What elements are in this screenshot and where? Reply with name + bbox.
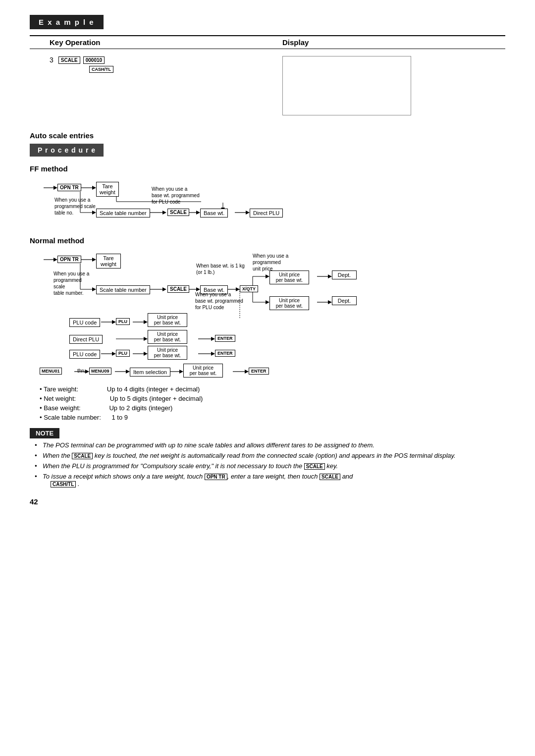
unit-price-4: Unit price per base wt.: [148, 330, 187, 344]
svg-marker-37: [328, 274, 332, 278]
key-op-area: 3 SCALE 000010 CASH/TL: [30, 53, 272, 122]
display-area: [272, 53, 505, 122]
key-operation-label: Key Operation: [30, 36, 272, 49]
opn-tr-box-ff: OPN TR: [57, 184, 81, 191]
cashtl-inline: CASH/TL: [51, 481, 76, 487]
scale-key-box: SCALE: [58, 56, 80, 64]
when-base-label-ff: When you use a base wt. programmed for P…: [152, 186, 206, 205]
bullet-value-base: Up to 2 digits (integer): [109, 404, 172, 412]
svg-marker-46: [144, 337, 148, 341]
when-base-programmed-nm: When you use a base wt. programmed for P…: [195, 291, 255, 311]
svg-marker-18: [54, 258, 57, 262]
key-entry-row: 3 SCALE 000010: [50, 56, 272, 64]
bullet-value-net: Up to 5 digits (integer + decimal): [110, 395, 203, 402]
menu01-box: MENU01: [40, 368, 62, 375]
bullet-label-scale-table: Scale table number:: [44, 414, 101, 421]
svg-marker-20: [92, 258, 96, 262]
svg-marker-54: [211, 352, 215, 356]
note-list: The POS terminal can be programmed with …: [35, 441, 505, 487]
enter-box-1: ENTER: [215, 335, 235, 342]
example-banner: E x a m p l e: [30, 15, 104, 29]
svg-marker-29: [236, 287, 240, 291]
procedure-banner: P r o c e d u r e: [30, 144, 104, 157]
svg-marker-8: [162, 211, 166, 215]
note-item-1: The POS terminal can be programmed with …: [35, 441, 505, 449]
scale-inline-1: SCALE: [72, 453, 93, 459]
ff-method-title: FF method: [30, 164, 505, 173]
enter-box-3: ENTER: [249, 368, 269, 375]
scale-inline-2: SCALE: [304, 463, 325, 470]
svg-marker-42: [112, 320, 116, 324]
svg-marker-60: [179, 370, 183, 374]
opn-tr-box-nm: OPN TR: [57, 256, 81, 263]
note-item-4: To issue a receipt which shows only a ta…: [35, 473, 505, 487]
note-item-2: When the SCALE key is touched, the net w…: [35, 452, 505, 459]
note-banner: NOTE: [30, 428, 59, 438]
when-programmed-nm: When you use a programmed scale table nu…: [54, 270, 93, 296]
svg-marker-25: [162, 287, 166, 291]
note-item-3: When the PLU is programmed for "Compulso…: [35, 462, 505, 470]
svg-marker-3: [92, 186, 96, 190]
dept-box-1: Dept.: [332, 270, 357, 279]
svg-marker-1: [54, 186, 57, 190]
svg-marker-58: [126, 370, 130, 374]
normal-diagram: OPN TR Tare weight When you use a progra…: [40, 249, 485, 378]
base-wt-box-ff: Base wt.: [200, 209, 228, 217]
svg-marker-16: [246, 211, 250, 215]
direct-plu-nm: Direct PLU: [69, 335, 103, 344]
scale-inline-3: SCALE: [320, 474, 340, 480]
svg-marker-39: [328, 300, 332, 304]
tare-weight-box-ff: Tare weight: [96, 182, 119, 197]
unit-price-2: Unit price per base wt.: [269, 296, 309, 310]
page-number: 42: [30, 497, 505, 506]
key-display-header: Key Operation Display: [30, 35, 505, 49]
svg-marker-52: [144, 352, 148, 356]
bullet-value-tare: Up to 4 digits (integer + decimal): [107, 385, 200, 393]
scale-box-ff: SCALE: [167, 209, 189, 216]
note-section: NOTE The POS terminal can be programmed …: [30, 428, 505, 487]
scale-table-number-box-ff: Scale table number: [96, 209, 150, 217]
svg-marker-62: [245, 370, 249, 374]
when-programmed-label-ff: When you use a programmed scale table no…: [54, 197, 99, 216]
dept-box-2: Dept.: [332, 296, 357, 305]
plu-box-1: PLU: [116, 318, 130, 325]
key-display-body: 3 SCALE 000010 CASH/TL: [30, 53, 505, 122]
cashtl-key-entry: CASH/TL: [89, 66, 272, 73]
svg-marker-35: [266, 300, 269, 304]
scale-code-box: 000010: [83, 56, 105, 64]
svg-marker-50: [112, 352, 116, 356]
plu-code-1: PLU code: [69, 318, 100, 327]
bullet-list: Tare weight: Up to 4 digits (integer + d…: [40, 385, 505, 421]
direct-plu-box-ff: Direct PLU: [250, 209, 283, 217]
display-box: [282, 56, 411, 115]
plu-code-2: PLU code: [69, 350, 100, 359]
bullet-value-scale-table: 1 to 9: [111, 414, 128, 421]
bullet-label-base: Base weight:: [44, 404, 80, 412]
enter-box-2: ENTER: [215, 350, 235, 357]
unit-price-6: Unit price per base wt.: [183, 364, 223, 378]
opntr-inline: OPN TR: [205, 474, 227, 480]
display-label: Display: [272, 36, 505, 49]
svg-marker-27: [196, 287, 200, 291]
unit-price-3: Unit price per base wt.: [148, 313, 187, 327]
item-selection-box: Item selection: [130, 368, 170, 377]
menu09-box: MENU09: [89, 368, 111, 375]
number-3: 3: [50, 56, 54, 64]
thru-text: thru: [77, 368, 86, 374]
bullet-item-base: Base weight: Up to 2 digits (integer): [40, 404, 505, 412]
bullet-item-scale-table: Scale table number: 1 to 9: [40, 414, 505, 421]
bullet-label-tare: Tare weight:: [44, 385, 78, 393]
scale-table-number-nm: Scale table number: [96, 285, 150, 294]
scale-box-nm: SCALE: [167, 285, 189, 293]
cashtl-key-box: CASH/TL: [89, 66, 113, 73]
bullet-label-net: Net weight:: [44, 395, 76, 402]
tare-weight-box-nm: Tare weight: [96, 254, 121, 269]
svg-marker-48: [211, 337, 215, 341]
unit-price-1: Unit price per base wt.: [269, 270, 309, 284]
normal-method-title: Normal method: [30, 236, 505, 245]
unit-price-5: Unit price per base wt.: [148, 346, 187, 360]
svg-marker-10: [196, 211, 200, 215]
bullet-item-tare: Tare weight: Up to 4 digits (integer + d…: [40, 385, 505, 393]
plu-box-2: PLU: [116, 350, 130, 357]
svg-marker-44: [144, 320, 148, 324]
